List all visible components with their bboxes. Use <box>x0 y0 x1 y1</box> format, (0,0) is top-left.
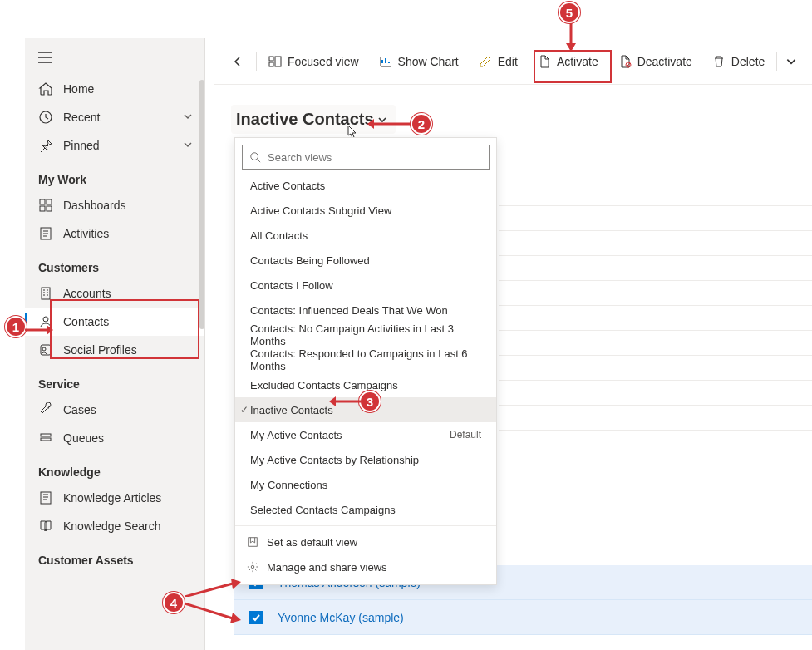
nav-activities[interactable]: Activities <box>25 219 204 248</box>
annotation-badge-5: 5 <box>559 2 580 23</box>
svg-rect-4 <box>47 206 52 211</box>
article-icon <box>38 490 53 505</box>
svg-rect-18 <box>249 538 258 547</box>
view-title-text: Inactive Contacts <box>236 110 374 129</box>
nav-recent[interactable]: Recent <box>25 103 204 131</box>
view-option[interactable]: My Connections <box>235 472 496 497</box>
social-icon <box>38 342 53 357</box>
activate-button[interactable]: Activate <box>529 47 607 76</box>
home-icon <box>38 81 53 96</box>
set-default-view[interactable]: Set as default view <box>235 529 496 554</box>
section-service: Service <box>25 364 204 396</box>
view-option[interactable]: All Contacts <box>235 223 496 248</box>
svg-rect-13 <box>269 57 273 61</box>
view-option[interactable]: Contacts: No Campaign Activities in Last… <box>235 323 496 347</box>
hamburger-icon <box>38 52 52 63</box>
view-option[interactable]: Contacts I Follow <box>235 273 496 298</box>
toolbar-label: Edit <box>498 55 518 68</box>
nav-home[interactable]: Home <box>25 75 204 103</box>
command-bar: Focused view Show Chart Edit Activate De… <box>214 38 812 85</box>
gear-icon <box>247 561 258 573</box>
row-checkbox[interactable] <box>249 611 263 624</box>
nav-label: Dashboards <box>63 199 193 212</box>
person-icon <box>38 314 53 329</box>
delete-button[interactable]: Delete <box>704 47 773 76</box>
toolbar-label: Activate <box>557 55 598 68</box>
view-selector[interactable]: Inactive Contacts <box>231 105 396 134</box>
nav-cases[interactable]: Cases <box>25 396 204 424</box>
trash-icon <box>712 55 726 68</box>
sidebar-scrollbar[interactable] <box>199 80 204 329</box>
view-option[interactable]: Excluded Contacts Campaigns <box>235 372 496 397</box>
show-chart-button[interactable]: Show Chart <box>371 47 467 76</box>
chevron-down-icon <box>785 56 797 67</box>
view-dropdown: Active Contacts Active Contacts Subgrid … <box>234 137 497 585</box>
view-option-selected[interactable]: ✓Inactive Contacts <box>235 397 496 422</box>
view-option[interactable]: Selected Contacts Campaigns <box>235 497 496 522</box>
nav-label: Recent <box>63 111 183 124</box>
nav-queues[interactable]: Queues <box>25 424 204 452</box>
chevron-down-icon <box>183 139 193 152</box>
nav-accounts[interactable]: Accounts <box>25 279 204 308</box>
view-search[interactable] <box>242 145 490 170</box>
svg-rect-14 <box>269 62 273 66</box>
view-option[interactable]: Contacts Being Followed <box>235 248 496 273</box>
separator <box>776 52 777 71</box>
chart-icon <box>379 55 392 68</box>
svg-point-17 <box>251 153 258 160</box>
view-option[interactable]: Active Contacts <box>235 173 496 198</box>
section-knowledge: Knowledge <box>25 452 204 484</box>
toolbar-label: Delete <box>731 55 765 68</box>
chevron-down-icon <box>377 115 387 125</box>
toolbar-label: Focused view <box>288 55 359 68</box>
svg-rect-1 <box>40 199 45 204</box>
section-mywork: My Work <box>25 160 204 191</box>
nav-label: Home <box>63 82 193 96</box>
hamburger-menu[interactable] <box>25 47 204 75</box>
svg-rect-6 <box>42 288 50 299</box>
contact-link[interactable]: Yvonne McKay (sample) <box>278 611 404 624</box>
separator <box>256 52 257 71</box>
book-icon <box>38 519 53 534</box>
svg-point-9 <box>42 347 46 351</box>
nav-label: Queues <box>63 431 193 445</box>
edit-button[interactable]: Edit <box>470 47 526 76</box>
activities-icon <box>38 226 53 241</box>
dashboard-icon <box>38 198 53 213</box>
queue-icon <box>38 431 53 446</box>
focused-view-button[interactable]: Focused view <box>260 47 367 76</box>
table-row[interactable]: Yvonne McKay (sample) <box>234 600 812 635</box>
view-option[interactable]: My Active Contacts by Relationship <box>235 447 496 472</box>
nav-label: Knowledge Search <box>63 520 193 533</box>
nav-knowledge-articles[interactable]: Knowledge Articles <box>25 484 204 512</box>
nav-knowledge-search[interactable]: Knowledge Search <box>25 512 204 540</box>
check-icon <box>251 613 261 623</box>
svg-rect-12 <box>41 492 51 504</box>
view-option[interactable]: Contacts: Influenced Deals That We Won <box>235 298 496 323</box>
wrench-icon <box>38 402 53 417</box>
nav-contacts[interactable]: Contacts <box>25 308 204 336</box>
clock-icon <box>38 110 53 125</box>
nav-pinned[interactable]: Pinned <box>25 131 204 160</box>
activate-icon <box>538 55 551 68</box>
deactivate-button[interactable]: Deactivate <box>610 47 701 76</box>
separator <box>235 525 496 526</box>
pin-icon <box>38 138 53 153</box>
svg-point-7 <box>43 317 48 322</box>
manage-views[interactable]: Manage and share views <box>235 554 496 579</box>
sidebar: Home Recent Pinned My Work Dashboards Ac… <box>25 38 205 650</box>
back-button[interactable] <box>223 47 253 76</box>
nav-social-profiles[interactable]: Social Profiles <box>25 336 204 364</box>
nav-dashboards[interactable]: Dashboards <box>25 191 204 219</box>
view-option[interactable]: My Active ContactsDefault <box>235 422 496 447</box>
svg-point-19 <box>251 565 254 569</box>
default-tag: Default <box>450 429 481 441</box>
nav-label: Accounts <box>63 287 193 300</box>
view-option[interactable]: Active Contacts Subgrid View <box>235 198 496 223</box>
chevron-down-icon <box>183 111 193 124</box>
overflow-button[interactable] <box>780 47 802 76</box>
nav-label: Contacts <box>63 315 193 328</box>
deactivate-icon <box>618 55 632 68</box>
view-option[interactable]: Contacts: Responded to Campaigns in Last… <box>235 347 496 372</box>
view-search-input[interactable] <box>266 150 482 165</box>
